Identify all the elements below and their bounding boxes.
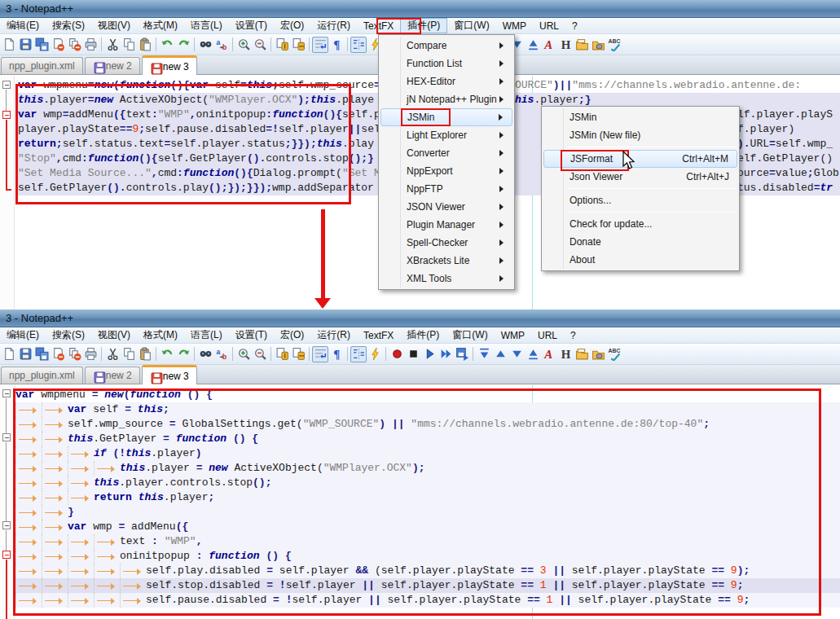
menu-WMP[interactable]: WMP: [496, 18, 533, 33]
fold-marker[interactable]: [2, 433, 11, 441]
menu-语言L[interactable]: 语言(L): [184, 327, 229, 343]
show-all-characters-icon[interactable]: ¶: [328, 346, 345, 362]
menu-TextFX[interactable]: TextFX: [357, 18, 400, 33]
jsmin-menu-item-check-for-update[interactable]: Check for update...: [543, 215, 737, 233]
plugins-menu-item-nppftp[interactable]: NppFTP: [380, 180, 512, 198]
jsmin-menu-item-jsmin-new-file[interactable]: JSMin (New file): [543, 126, 737, 144]
print-icon[interactable]: [82, 37, 99, 53]
menu-搜索S[interactable]: 搜索(S): [46, 327, 91, 343]
plugins-menu-item-compare[interactable]: Compare: [380, 37, 512, 55]
load-session-icon[interactable]: [574, 37, 590, 53]
fold-marker-active[interactable]: [2, 551, 11, 559]
uncollapse-all-icon[interactable]: [525, 37, 541, 53]
print-icon[interactable]: [82, 346, 99, 362]
menu-窗口W[interactable]: 窗口(W): [447, 18, 495, 33]
menu-URL[interactable]: URL: [533, 18, 565, 33]
jsmin-menu-item-donate[interactable]: Donate: [543, 233, 737, 251]
plugins-menu-item-spell-checker[interactable]: Spell-Checker: [380, 234, 512, 252]
paste-icon[interactable]: [137, 346, 153, 362]
title-bar[interactable]: 3 - Notepad++: [0, 310, 840, 327]
jsmin-menu-item-jsmin[interactable]: JSMin: [543, 108, 737, 126]
menu-窗口W[interactable]: 窗口(W): [446, 327, 494, 343]
menu-格式M[interactable]: 格式(M): [137, 18, 184, 33]
menu-help[interactable]: ?: [564, 327, 583, 343]
macro-record-icon[interactable]: [389, 346, 405, 362]
menu-运行R[interactable]: 运行(R): [310, 18, 357, 33]
jsmin-menu-item-json-viewer[interactable]: Json ViewerCtrl+Alt+J: [543, 168, 737, 186]
zoom-in-icon[interactable]: [235, 346, 252, 362]
close-icon[interactable]: [50, 346, 66, 362]
tab-new-3[interactable]: new 3: [142, 365, 197, 384]
fold-up-icon[interactable]: [492, 346, 508, 362]
menu-视图V[interactable]: 视图(V): [91, 327, 137, 343]
plugins-menu-item-plugin-manager[interactable]: Plugin Manager: [380, 216, 512, 234]
indent-guide-icon[interactable]: [350, 346, 367, 362]
menu-语言L[interactable]: 语言(L): [184, 18, 229, 33]
replace-icon[interactable]: ab: [213, 37, 230, 53]
title-bar[interactable]: 3 - Notepad++: [0, 0, 840, 18]
plugins-menu-item-nppexport[interactable]: NppExport: [380, 162, 512, 180]
collapse-all-icon[interactable]: [476, 346, 492, 362]
export-html-icon[interactable]: H: [557, 346, 574, 362]
export-html-icon[interactable]: H: [557, 37, 574, 53]
word-wrap-icon[interactable]: [312, 346, 328, 362]
plugins-menu-item-function-list[interactable]: Function List: [380, 55, 512, 72]
jsmin-menu-item-about[interactable]: About: [543, 251, 737, 269]
code-editor-formatted[interactable]: var wmpmenu = new(function () {var self …: [0, 385, 840, 619]
undo-icon[interactable]: [159, 37, 175, 53]
save-session-icon[interactable]: [590, 346, 606, 362]
plugins-menu-item-xml-tools[interactable]: XML Tools: [380, 270, 512, 288]
sync-vertical-icon[interactable]: [274, 37, 290, 53]
menu-WMP[interactable]: WMP: [495, 327, 531, 343]
tab-npp_plugin.xml[interactable]: npp_plugin.xml: [1, 367, 83, 384]
plugins-menu-item-xbrackets-lite[interactable]: XBrackets Lite: [380, 252, 512, 270]
menu-搜索S[interactable]: 搜索(S): [46, 18, 91, 33]
copy-icon[interactable]: [121, 37, 137, 53]
save-icon[interactable]: [17, 37, 33, 53]
plugins-menu-item-jsmin[interactable]: JSMin: [380, 108, 512, 126]
fold-down-icon[interactable]: [508, 346, 525, 362]
save-all-icon[interactable]: [33, 37, 50, 53]
function-list-icon[interactable]: [367, 346, 383, 362]
load-session-icon[interactable]: [574, 346, 590, 362]
fold-marker-active[interactable]: [2, 111, 11, 119]
menu-宏O[interactable]: 宏(O): [274, 18, 310, 33]
plugins-menu-item-json-viewer[interactable]: JSON Viewer: [380, 198, 512, 216]
export-pdf-icon[interactable]: A: [541, 37, 557, 53]
replace-icon[interactable]: ab: [213, 346, 230, 362]
word-wrap-icon[interactable]: [312, 37, 328, 53]
tab-new-3[interactable]: new 3: [142, 55, 197, 75]
paste-icon[interactable]: [137, 37, 153, 53]
menu-TextFX[interactable]: TextFX: [357, 327, 400, 343]
cut-icon[interactable]: [104, 37, 121, 53]
menu-help[interactable]: ?: [565, 18, 584, 33]
indent-guide-icon[interactable]: [350, 37, 367, 53]
save-icon[interactable]: [17, 346, 33, 362]
spell-check-icon[interactable]: ABC: [606, 346, 622, 362]
save-session-icon[interactable]: [590, 37, 606, 53]
fold-marker[interactable]: [2, 521, 11, 529]
tab-npp_plugin.xml[interactable]: npp_plugin.xml: [1, 57, 83, 74]
macro-play-icon[interactable]: [421, 346, 438, 362]
close-all-icon[interactable]: [66, 346, 82, 362]
redo-icon[interactable]: [175, 37, 191, 53]
tab-new-2[interactable]: new 2: [85, 367, 140, 384]
new-file-icon[interactable]: [1, 37, 17, 53]
copy-icon[interactable]: [121, 346, 137, 362]
zoom-in-icon[interactable]: [235, 37, 252, 53]
close-all-icon[interactable]: [66, 37, 82, 53]
macro-run-all-icon[interactable]: [438, 346, 454, 362]
sync-vertical-icon[interactable]: [274, 346, 290, 362]
plugins-menu-item-light-explorer[interactable]: Light Explorer: [380, 126, 512, 144]
plugins-menu-item-converter[interactable]: Converter: [380, 144, 512, 162]
find-icon[interactable]: [197, 37, 213, 53]
menu-视图V[interactable]: 视图(V): [91, 18, 137, 33]
find-icon[interactable]: [197, 346, 213, 362]
export-pdf-icon[interactable]: A: [541, 346, 557, 362]
menu-URL[interactable]: URL: [531, 327, 564, 343]
menu-编辑E[interactable]: 编辑(E): [0, 327, 46, 343]
plugins-menu-item-jn-notepad-plugin[interactable]: jN Notepad++ Plugin: [380, 90, 512, 108]
jsmin-menu-item-jsformat[interactable]: JSFormatCtrl+Alt+M: [543, 150, 737, 168]
menu-设置T[interactable]: 设置(T): [229, 327, 274, 343]
menu-插件P[interactable]: 插件(P): [400, 327, 446, 343]
